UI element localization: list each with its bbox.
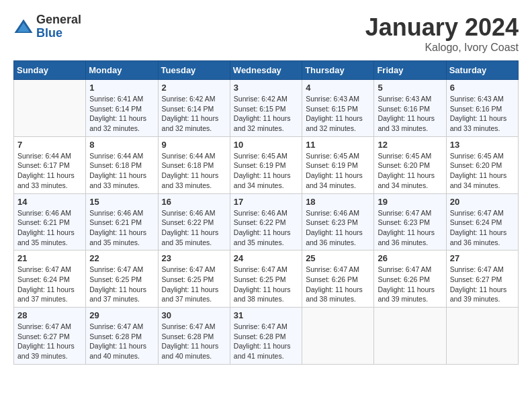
header-friday: Friday (374, 61, 446, 80)
daylight: Daylight: 11 hours and 33 minutes. (17, 171, 75, 189)
day-info: Sunrise: 6:44 AM Sunset: 6:18 PM Dayligh… (162, 151, 226, 191)
sunset: Sunset: 6:22 PM (234, 218, 286, 226)
daylight: Daylight: 11 hours and 37 minutes. (17, 285, 75, 304)
day-info: Sunrise: 6:47 AM Sunset: 6:28 PM Dayligh… (162, 322, 226, 361)
week-row-5: 28 Sunrise: 6:47 AM Sunset: 6:27 PM Dayl… (14, 308, 519, 365)
sunset: Sunset: 6:15 PM (306, 105, 358, 113)
day-number: 5 (378, 83, 442, 93)
header-sunday: Sunday (14, 61, 86, 80)
day-number: 21 (17, 253, 82, 263)
week-row-1: 1 Sunrise: 6:41 AM Sunset: 6:14 PM Dayli… (14, 80, 519, 137)
cell-1-7: 6 Sunrise: 6:43 AM Sunset: 6:16 PM Dayli… (446, 80, 518, 137)
sunset: Sunset: 6:16 PM (378, 105, 430, 113)
day-info: Sunrise: 6:47 AM Sunset: 6:25 PM Dayligh… (162, 265, 226, 304)
cell-5-4: 31 Sunrise: 6:47 AM Sunset: 6:28 PM Dayl… (230, 308, 302, 365)
cell-1-1 (14, 80, 86, 137)
daylight: Daylight: 11 hours and 33 minutes. (378, 114, 435, 132)
day-number: 24 (234, 253, 298, 263)
day-number: 31 (234, 310, 298, 320)
cell-5-1: 28 Sunrise: 6:47 AM Sunset: 6:27 PM Dayl… (14, 308, 86, 365)
sunrise: Sunrise: 6:46 AM (234, 209, 287, 217)
daylight: Daylight: 11 hours and 32 minutes. (162, 114, 219, 132)
sunrise: Sunrise: 6:46 AM (162, 209, 216, 217)
daylight: Daylight: 11 hours and 40 minutes. (162, 342, 219, 360)
day-info: Sunrise: 6:47 AM Sunset: 6:26 PM Dayligh… (378, 265, 442, 304)
day-number: 12 (378, 140, 442, 150)
sunrise: Sunrise: 6:47 AM (17, 322, 71, 330)
day-info: Sunrise: 6:43 AM Sunset: 6:15 PM Dayligh… (306, 94, 370, 134)
logo: General Blue (13, 13, 81, 40)
cell-4-6: 26 Sunrise: 6:47 AM Sunset: 6:26 PM Dayl… (374, 250, 446, 308)
sunrise: Sunrise: 6:45 AM (234, 152, 287, 160)
cell-1-6: 5 Sunrise: 6:43 AM Sunset: 6:16 PM Dayli… (374, 80, 446, 137)
daylight: Daylight: 11 hours and 39 minutes. (378, 285, 435, 304)
daylight: Daylight: 11 hours and 40 minutes. (89, 342, 146, 360)
cell-4-5: 25 Sunrise: 6:47 AM Sunset: 6:26 PM Dayl… (302, 250, 374, 308)
day-info: Sunrise: 6:46 AM Sunset: 6:22 PM Dayligh… (234, 208, 298, 248)
daylight: Daylight: 11 hours and 41 minutes. (234, 342, 291, 360)
day-info: Sunrise: 6:42 AM Sunset: 6:15 PM Dayligh… (234, 94, 298, 134)
day-info: Sunrise: 6:47 AM Sunset: 6:24 PM Dayligh… (17, 265, 82, 304)
day-info: Sunrise: 6:44 AM Sunset: 6:17 PM Dayligh… (17, 151, 82, 191)
cell-3-5: 18 Sunrise: 6:46 AM Sunset: 6:23 PM Dayl… (302, 193, 374, 250)
sunrise: Sunrise: 6:45 AM (306, 152, 359, 160)
sunrise: Sunrise: 6:47 AM (89, 322, 143, 330)
daylight: Daylight: 11 hours and 35 minutes. (89, 228, 146, 246)
daylight: Daylight: 11 hours and 34 minutes. (234, 171, 291, 189)
sunrise: Sunrise: 6:45 AM (450, 152, 504, 160)
sunset: Sunset: 6:25 PM (89, 275, 142, 283)
sunrise: Sunrise: 6:47 AM (306, 265, 359, 273)
day-number: 9 (162, 140, 226, 150)
sunset: Sunset: 6:25 PM (162, 275, 214, 283)
sunset: Sunset: 6:23 PM (378, 218, 430, 226)
cell-4-1: 21 Sunrise: 6:47 AM Sunset: 6:24 PM Dayl… (14, 250, 86, 308)
sunrise: Sunrise: 6:45 AM (378, 152, 431, 160)
logo-blue: Blue (36, 27, 81, 40)
cell-2-7: 13 Sunrise: 6:45 AM Sunset: 6:20 PM Dayl… (446, 136, 518, 193)
header-thursday: Thursday (302, 61, 374, 80)
sunset: Sunset: 6:16 PM (450, 105, 502, 113)
daylight: Daylight: 11 hours and 38 minutes. (234, 285, 291, 304)
month-title: January 2024 (365, 13, 519, 42)
day-info: Sunrise: 6:47 AM Sunset: 6:26 PM Dayligh… (306, 265, 370, 304)
sunset: Sunset: 6:25 PM (234, 275, 286, 283)
day-number: 4 (306, 83, 370, 93)
logo-general: General (36, 13, 81, 27)
sunset: Sunset: 6:19 PM (306, 161, 358, 169)
cell-1-4: 3 Sunrise: 6:42 AM Sunset: 6:15 PM Dayli… (230, 80, 302, 137)
day-number: 2 (162, 83, 226, 93)
day-number: 15 (89, 197, 154, 207)
cell-1-2: 1 Sunrise: 6:41 AM Sunset: 6:14 PM Dayli… (86, 80, 158, 137)
day-number: 19 (378, 197, 442, 207)
sunrise: Sunrise: 6:47 AM (162, 322, 216, 330)
week-row-3: 14 Sunrise: 6:46 AM Sunset: 6:21 PM Dayl… (14, 193, 519, 250)
daylight: Daylight: 11 hours and 35 minutes. (234, 228, 291, 246)
daylight: Daylight: 11 hours and 32 minutes. (234, 114, 291, 132)
day-info: Sunrise: 6:44 AM Sunset: 6:18 PM Dayligh… (89, 151, 154, 191)
sunset: Sunset: 6:18 PM (89, 161, 142, 169)
sunset: Sunset: 6:28 PM (89, 332, 142, 340)
daylight: Daylight: 11 hours and 33 minutes. (450, 114, 507, 132)
sunrise: Sunrise: 6:47 AM (378, 209, 431, 217)
sunrise: Sunrise: 6:43 AM (378, 95, 431, 103)
cell-5-6 (374, 308, 446, 365)
day-info: Sunrise: 6:47 AM Sunset: 6:24 PM Dayligh… (450, 208, 515, 248)
day-number: 7 (17, 140, 82, 150)
sunset: Sunset: 6:24 PM (17, 275, 70, 283)
cell-3-1: 14 Sunrise: 6:46 AM Sunset: 6:21 PM Dayl… (14, 193, 86, 250)
sunrise: Sunrise: 6:43 AM (450, 95, 504, 103)
sunrise: Sunrise: 6:44 AM (89, 152, 143, 160)
day-info: Sunrise: 6:45 AM Sunset: 6:20 PM Dayligh… (450, 151, 515, 191)
header-tuesday: Tuesday (158, 61, 230, 80)
sunset: Sunset: 6:27 PM (17, 332, 70, 340)
day-number: 20 (450, 197, 515, 207)
cell-3-3: 16 Sunrise: 6:46 AM Sunset: 6:22 PM Dayl… (158, 193, 230, 250)
cell-5-2: 29 Sunrise: 6:47 AM Sunset: 6:28 PM Dayl… (86, 308, 158, 365)
sunset: Sunset: 6:21 PM (89, 218, 142, 226)
page-header: General Blue January 2024 Kalogo, Ivory … (13, 13, 519, 54)
day-number: 8 (89, 140, 154, 150)
daylight: Daylight: 11 hours and 36 minutes. (378, 228, 435, 246)
sunset: Sunset: 6:15 PM (234, 105, 286, 113)
header-saturday: Saturday (446, 61, 518, 80)
cell-4-7: 27 Sunrise: 6:47 AM Sunset: 6:27 PM Dayl… (446, 250, 518, 308)
